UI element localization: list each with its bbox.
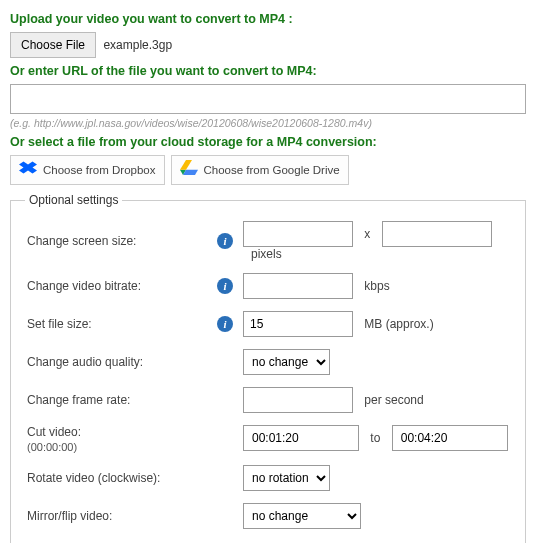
cloud-title: Or select a file from your cloud storage… [10,135,526,149]
rotate-select[interactable]: no rotation [243,465,330,491]
cut-hint: (00:00:00) [27,441,213,453]
url-title: Or enter URL of the file you want to con… [10,64,526,78]
mirror-select[interactable]: no change [243,503,361,529]
bitrate-input[interactable] [243,273,353,299]
audio-quality-select[interactable]: no change [243,349,330,375]
gdrive-button[interactable]: Choose from Google Drive [171,155,349,185]
bitrate-label: Change video bitrate: [25,267,215,305]
choose-file-button[interactable]: Choose File [10,32,96,58]
screen-width-input[interactable] [243,221,353,247]
info-icon[interactable]: i [217,278,233,294]
cut-from-input[interactable] [243,425,359,451]
info-icon[interactable]: i [217,316,233,332]
gdrive-icon [180,160,198,180]
screen-size-label: Change screen size: [25,215,215,267]
cut-to-input[interactable] [392,425,508,451]
selected-filename: example.3gp [103,38,172,52]
filesize-unit: MB (approx.) [364,317,433,331]
optional-legend: Optional settings [25,193,122,207]
dropbox-icon [19,160,37,180]
dimension-x: x [364,227,370,241]
bitrate-unit: kbps [364,279,389,293]
dropbox-button[interactable]: Choose from Dropbox [10,155,165,185]
filesize-label: Set file size: [25,305,215,343]
url-input[interactable] [10,84,526,114]
mirror-label: Mirror/flip video: [25,497,215,535]
url-hint: (e.g. http://www.jpl.nasa.gov/videos/wis… [10,117,526,129]
dropbox-label: Choose from Dropbox [43,164,156,176]
cut-to-sep: to [370,431,380,445]
gdrive-label: Choose from Google Drive [204,164,340,176]
frame-rate-label: Change frame rate: [25,381,215,419]
optional-settings-fieldset: Optional settings Change screen size: i … [10,193,526,543]
rotate-label: Rotate video (clockwise): [25,459,215,497]
frame-rate-unit: per second [364,393,423,407]
screen-height-input[interactable] [382,221,492,247]
info-icon[interactable]: i [217,233,233,249]
cut-label: Cut video: [27,425,81,439]
upload-title: Upload your video you want to convert to… [10,12,526,26]
filesize-input[interactable] [243,311,353,337]
frame-rate-input[interactable] [243,387,353,413]
audio-quality-label: Change audio quality: [25,343,215,381]
screen-size-unit: pixels [251,247,282,261]
